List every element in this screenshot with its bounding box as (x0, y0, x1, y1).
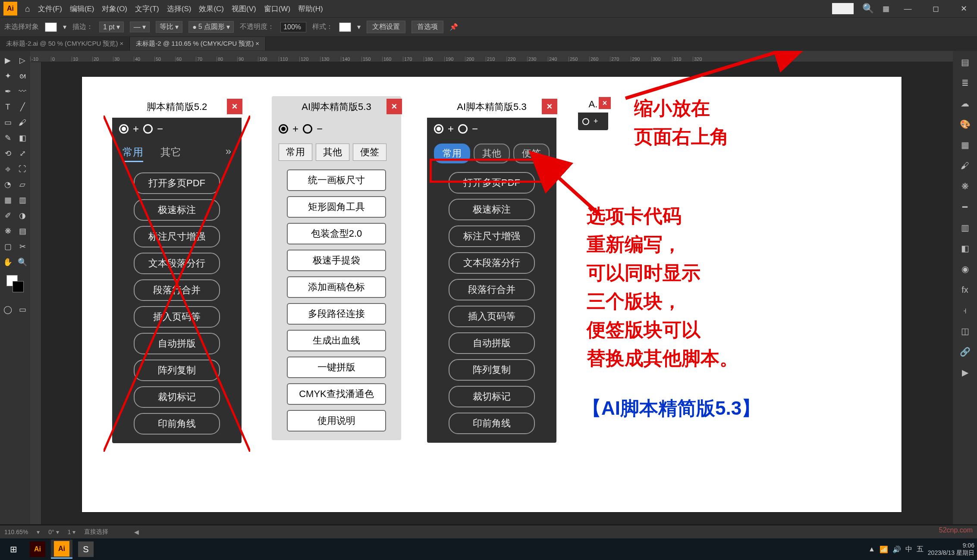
layers-panel-icon[interactable]: ≣ (956, 74, 974, 91)
script-button[interactable]: 使用说明 (287, 410, 386, 432)
script-button[interactable]: 阵列复制 (449, 359, 535, 381)
radio-icon[interactable] (143, 124, 153, 134)
transparency-panel-icon[interactable]: ◧ (956, 240, 974, 257)
tab-common[interactable]: 常用 (123, 145, 143, 162)
symbol-sprayer-tool[interactable]: ❋ (1, 224, 15, 238)
script-button[interactable]: 极速标注 (134, 199, 220, 221)
libraries-panel-icon[interactable]: ☁ (956, 95, 974, 112)
play-panel-icon[interactable]: ▶ (956, 364, 974, 381)
script-button[interactable]: 生成出血线 (287, 330, 386, 351)
script-button[interactable]: 插入页码等 (449, 306, 535, 327)
artboard-tool[interactable]: ▢ (1, 240, 15, 253)
script-button[interactable]: 阵列复制 (134, 360, 220, 381)
script-button[interactable]: 标注尺寸增强 (449, 225, 535, 247)
home-icon[interactable]: ⌂ (25, 4, 30, 14)
gradient-panel-icon[interactable]: ▥ (956, 219, 974, 236)
script-button[interactable]: CMYK查找潘通色 (287, 383, 386, 405)
lasso-tool[interactable]: ᘛ (16, 69, 29, 83)
scroll-left-icon[interactable]: ◀ (134, 529, 139, 535)
close-icon[interactable]: × (386, 99, 402, 114)
script-button[interactable]: 标注尺寸增强 (134, 226, 220, 247)
color-panel-icon[interactable]: 🎨 (956, 116, 974, 133)
close-icon[interactable]: × (599, 97, 611, 109)
hand-tool[interactable]: ✋ (1, 255, 15, 269)
script-button[interactable]: 段落行合并 (134, 279, 220, 301)
artboard-nav[interactable]: 1 ▾ (68, 529, 76, 535)
script-button[interactable]: 段落行合并 (449, 279, 535, 300)
gradient-tool[interactable]: ▥ (16, 193, 29, 207)
curvature-tool[interactable]: 〰 (16, 84, 29, 98)
script-button[interactable]: 裁切标记 (449, 386, 535, 407)
magic-wand-tool[interactable]: ✦ (1, 69, 15, 83)
system-clock[interactable]: 9:06 2023/8/13 星期日 (928, 542, 974, 557)
align-panel-icon[interactable]: ⫞ (956, 302, 974, 319)
rotate-tool[interactable]: ⟲ (1, 147, 15, 160)
width-tool[interactable]: ⎆ (1, 162, 15, 176)
tab-notes[interactable]: 便签 (353, 144, 386, 161)
symbols-panel-icon[interactable]: ❋ (956, 178, 974, 195)
script-button[interactable]: 包装盒型2.0 (287, 223, 386, 244)
radio-icon[interactable] (279, 124, 288, 134)
opacity-input[interactable]: 100% (280, 22, 306, 32)
chevron-down-icon[interactable]: ▾ (37, 529, 40, 535)
script-button[interactable]: 极速手提袋 (287, 250, 386, 271)
doc-tab-1[interactable]: 未标题-2.ai @ 50 % (CMYK/CPU 预览) × (0, 37, 130, 50)
taskbar-app-ai-active[interactable]: Ai (51, 540, 72, 559)
stroke-width-input[interactable]: 1 pt ▾ (99, 22, 124, 32)
free-transform-tool[interactable]: ⛶ (16, 162, 29, 176)
slice-tool[interactable]: ✂ (16, 240, 29, 253)
chevron-down-icon[interactable]: ▾ (357, 23, 361, 31)
script-button[interactable]: 插入页码等 (134, 306, 220, 328)
radio-icon[interactable] (434, 124, 443, 134)
preferences-button[interactable]: 首选项 (412, 21, 443, 33)
canvas[interactable]: -100102030405060708090100110120130140150… (30, 51, 953, 524)
script-button[interactable]: 统一画板尺寸 (287, 169, 386, 191)
stroke-panel-icon[interactable]: ━ (956, 198, 974, 216)
properties-panel-icon[interactable]: ▤ (956, 53, 974, 71)
script-button[interactable]: 一键拼版 (287, 357, 386, 378)
radio-icon[interactable] (582, 118, 589, 125)
doc-tab-2[interactable]: 未标题-2 @ 110.65 % (CMYK/CPU 预览) × (130, 37, 266, 50)
style-swatch[interactable] (339, 22, 351, 32)
selection-tool[interactable]: ▶ (1, 53, 15, 67)
width-profile[interactable]: 等比 ▾ (156, 21, 182, 33)
tab-other[interactable]: 其它 (160, 145, 181, 162)
script-button[interactable]: 印前角线 (134, 413, 220, 435)
appearance-panel-icon[interactable]: ◉ (956, 260, 974, 278)
eraser-tool[interactable]: ◧ (16, 131, 29, 145)
tab-other[interactable]: 其他 (316, 144, 349, 161)
ime-icon[interactable]: 五 (917, 545, 924, 554)
minimize-button[interactable]: — (898, 2, 917, 15)
menu-help[interactable]: 帮助(H) (298, 4, 323, 14)
background-color[interactable] (13, 281, 24, 292)
eyedropper-tool[interactable]: ✐ (1, 209, 15, 222)
color-swatches[interactable] (6, 275, 24, 292)
close-icon[interactable]: × (542, 99, 557, 114)
graph-tool[interactable]: ▤ (16, 224, 29, 238)
radio-icon[interactable] (303, 124, 312, 134)
brush-profile[interactable]: ● 5 点圆形 ▾ (188, 21, 234, 33)
menu-select[interactable]: 选择(S) (167, 4, 192, 14)
menu-object[interactable]: 对象(O) (102, 4, 127, 14)
script-button[interactable]: 裁切标记 (134, 386, 220, 408)
blend-tool[interactable]: ◑ (16, 209, 29, 222)
graphic-styles-panel-icon[interactable]: fx (956, 281, 974, 298)
pen-tool[interactable]: ✒ (1, 84, 15, 98)
radio-icon[interactable] (458, 124, 468, 134)
menu-window[interactable]: 窗口(W) (264, 4, 290, 14)
menu-file[interactable]: 文件(F) (38, 4, 62, 14)
tray-icon[interactable]: ▲ (868, 545, 875, 553)
stroke-profile[interactable]: — ▾ (130, 22, 150, 32)
draw-mode-icon[interactable]: ◯ (1, 303, 15, 316)
script-button[interactable]: 印前角线 (449, 413, 535, 434)
adobe-search-box[interactable] (832, 3, 854, 14)
maximize-button[interactable]: ◻ (926, 2, 946, 15)
fill-swatch[interactable] (45, 22, 57, 32)
pathfinder-panel-icon[interactable]: ◫ (956, 322, 974, 340)
pin-icon[interactable]: 📌 (449, 23, 458, 31)
direct-selection-tool[interactable]: ▷ (16, 53, 29, 67)
script-button[interactable]: 极速标注 (449, 199, 535, 220)
menu-effect[interactable]: 效果(C) (199, 4, 224, 14)
script-button[interactable]: 自动拼版 (449, 332, 535, 354)
tray-icon[interactable]: 📶 (880, 545, 888, 554)
